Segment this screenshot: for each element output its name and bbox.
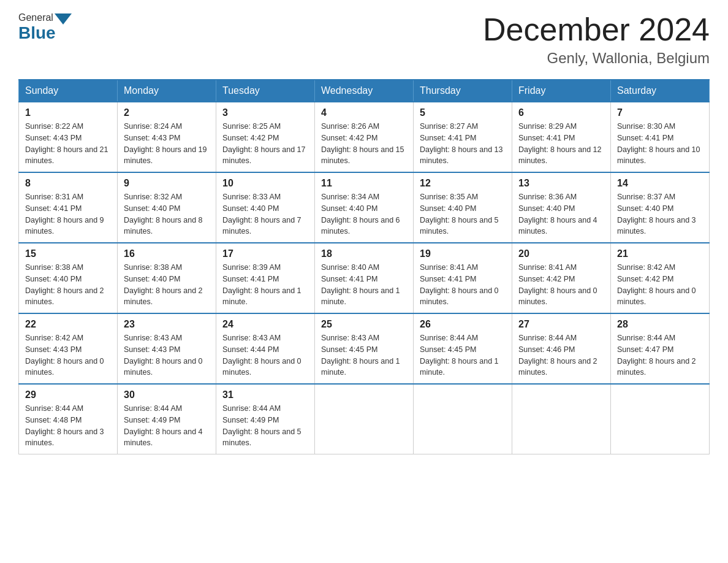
day-number: 29 xyxy=(25,389,111,400)
calendar-cell: 5 Sunrise: 8:27 AM Sunset: 4:41 PM Dayli… xyxy=(414,102,512,172)
day-info: Sunrise: 8:26 AM Sunset: 4:42 PM Dayligh… xyxy=(321,121,407,167)
calendar-cell: 24 Sunrise: 8:43 AM Sunset: 4:44 PM Dayl… xyxy=(216,313,315,384)
day-info: Sunrise: 8:41 AM Sunset: 4:41 PM Dayligh… xyxy=(420,262,506,308)
column-header-tuesday: Tuesday xyxy=(216,80,315,102)
day-info: Sunrise: 8:29 AM Sunset: 4:41 PM Dayligh… xyxy=(518,121,604,167)
day-info: Sunrise: 8:43 AM Sunset: 4:44 PM Dayligh… xyxy=(222,332,308,378)
day-info: Sunrise: 8:35 AM Sunset: 4:40 PM Dayligh… xyxy=(420,191,506,237)
day-number: 20 xyxy=(518,248,604,259)
day-info: Sunrise: 8:42 AM Sunset: 4:43 PM Dayligh… xyxy=(25,332,111,378)
day-info: Sunrise: 8:31 AM Sunset: 4:41 PM Dayligh… xyxy=(25,191,111,237)
calendar-cell: 20 Sunrise: 8:41 AM Sunset: 4:42 PM Dayl… xyxy=(512,243,611,313)
day-number: 30 xyxy=(124,389,210,400)
column-header-thursday: Thursday xyxy=(414,80,512,102)
day-info: Sunrise: 8:25 AM Sunset: 4:42 PM Dayligh… xyxy=(222,121,308,167)
column-header-sunday: Sunday xyxy=(19,80,118,102)
day-info: Sunrise: 8:44 AM Sunset: 4:45 PM Dayligh… xyxy=(420,332,506,378)
calendar-cell: 1 Sunrise: 8:22 AM Sunset: 4:43 PM Dayli… xyxy=(19,102,118,172)
day-number: 16 xyxy=(124,248,210,259)
calendar-cell: 6 Sunrise: 8:29 AM Sunset: 4:41 PM Dayli… xyxy=(512,102,611,172)
calendar-cell: 10 Sunrise: 8:33 AM Sunset: 4:40 PM Dayl… xyxy=(216,172,315,243)
calendar-cell: 4 Sunrise: 8:26 AM Sunset: 4:42 PM Dayli… xyxy=(315,102,414,172)
day-info: Sunrise: 8:42 AM Sunset: 4:42 PM Dayligh… xyxy=(617,262,703,308)
day-number: 28 xyxy=(617,319,703,330)
day-info: Sunrise: 8:32 AM Sunset: 4:40 PM Dayligh… xyxy=(124,191,210,237)
day-number: 13 xyxy=(518,178,604,189)
day-number: 7 xyxy=(617,107,703,118)
calendar-cell: 19 Sunrise: 8:41 AM Sunset: 4:41 PM Dayl… xyxy=(414,243,512,313)
month-title: December 2024 xyxy=(483,12,710,47)
calendar-cell: 31 Sunrise: 8:44 AM Sunset: 4:49 PM Dayl… xyxy=(216,384,315,454)
calendar-cell xyxy=(315,384,414,454)
day-number: 27 xyxy=(518,319,604,330)
day-number: 17 xyxy=(222,248,308,259)
calendar-cell: 25 Sunrise: 8:43 AM Sunset: 4:45 PM Dayl… xyxy=(315,313,414,384)
day-number: 4 xyxy=(321,107,407,118)
day-info: Sunrise: 8:38 AM Sunset: 4:40 PM Dayligh… xyxy=(25,262,111,308)
column-header-wednesday: Wednesday xyxy=(315,80,414,102)
column-header-monday: Monday xyxy=(118,80,216,102)
day-info: Sunrise: 8:44 AM Sunset: 4:49 PM Dayligh… xyxy=(222,403,308,449)
day-info: Sunrise: 8:39 AM Sunset: 4:41 PM Dayligh… xyxy=(222,262,308,308)
day-number: 12 xyxy=(420,178,506,189)
column-header-saturday: Saturday xyxy=(611,80,710,102)
day-info: Sunrise: 8:40 AM Sunset: 4:41 PM Dayligh… xyxy=(321,262,407,308)
calendar-cell: 21 Sunrise: 8:42 AM Sunset: 4:42 PM Dayl… xyxy=(611,243,710,313)
day-number: 11 xyxy=(321,178,407,189)
calendar-week-row: 8 Sunrise: 8:31 AM Sunset: 4:41 PM Dayli… xyxy=(19,172,710,243)
title-area: December 2024 Genly, Wallonia, Belgium xyxy=(483,12,710,67)
calendar-cell: 11 Sunrise: 8:34 AM Sunset: 4:40 PM Dayl… xyxy=(315,172,414,243)
calendar-cell: 2 Sunrise: 8:24 AM Sunset: 4:43 PM Dayli… xyxy=(118,102,216,172)
day-info: Sunrise: 8:30 AM Sunset: 4:41 PM Dayligh… xyxy=(617,121,703,167)
calendar-week-row: 1 Sunrise: 8:22 AM Sunset: 4:43 PM Dayli… xyxy=(19,102,710,172)
day-number: 2 xyxy=(124,107,210,118)
day-number: 9 xyxy=(124,178,210,189)
calendar-cell: 14 Sunrise: 8:37 AM Sunset: 4:40 PM Dayl… xyxy=(611,172,710,243)
calendar-cell xyxy=(512,384,611,454)
calendar-cell xyxy=(414,384,512,454)
logo-blue-text: Blue xyxy=(18,23,56,43)
calendar-table: SundayMondayTuesdayWednesdayThursdayFrid… xyxy=(18,79,710,454)
calendar-week-row: 22 Sunrise: 8:42 AM Sunset: 4:43 PM Dayl… xyxy=(19,313,710,384)
calendar-cell: 3 Sunrise: 8:25 AM Sunset: 4:42 PM Dayli… xyxy=(216,102,315,172)
calendar-cell: 30 Sunrise: 8:44 AM Sunset: 4:49 PM Dayl… xyxy=(118,384,216,454)
day-number: 23 xyxy=(124,319,210,330)
day-info: Sunrise: 8:37 AM Sunset: 4:40 PM Dayligh… xyxy=(617,191,703,237)
calendar-cell: 8 Sunrise: 8:31 AM Sunset: 4:41 PM Dayli… xyxy=(19,172,118,243)
column-header-friday: Friday xyxy=(512,80,611,102)
day-info: Sunrise: 8:24 AM Sunset: 4:43 PM Dayligh… xyxy=(124,121,210,167)
day-number: 31 xyxy=(222,389,308,400)
day-info: Sunrise: 8:41 AM Sunset: 4:42 PM Dayligh… xyxy=(518,262,604,308)
day-number: 24 xyxy=(222,319,308,330)
calendar-cell: 12 Sunrise: 8:35 AM Sunset: 4:40 PM Dayl… xyxy=(414,172,512,243)
location-subtitle: Genly, Wallonia, Belgium xyxy=(483,50,710,67)
calendar-cell: 23 Sunrise: 8:43 AM Sunset: 4:43 PM Dayl… xyxy=(118,313,216,384)
day-info: Sunrise: 8:43 AM Sunset: 4:43 PM Dayligh… xyxy=(124,332,210,378)
calendar-cell: 9 Sunrise: 8:32 AM Sunset: 4:40 PM Dayli… xyxy=(118,172,216,243)
day-info: Sunrise: 8:27 AM Sunset: 4:41 PM Dayligh… xyxy=(420,121,506,167)
day-number: 3 xyxy=(222,107,308,118)
day-number: 22 xyxy=(25,319,111,330)
calendar-cell: 7 Sunrise: 8:30 AM Sunset: 4:41 PM Dayli… xyxy=(611,102,710,172)
calendar-cell: 28 Sunrise: 8:44 AM Sunset: 4:47 PM Dayl… xyxy=(611,313,710,384)
day-number: 21 xyxy=(617,248,703,259)
day-number: 1 xyxy=(25,107,111,118)
page-header: General Blue December 2024 Genly, Wallon… xyxy=(18,12,710,67)
logo: General Blue xyxy=(18,12,73,43)
day-info: Sunrise: 8:44 AM Sunset: 4:48 PM Dayligh… xyxy=(25,403,111,449)
day-number: 14 xyxy=(617,178,703,189)
day-number: 19 xyxy=(420,248,506,259)
day-info: Sunrise: 8:34 AM Sunset: 4:40 PM Dayligh… xyxy=(321,191,407,237)
calendar-cell xyxy=(611,384,710,454)
calendar-cell: 22 Sunrise: 8:42 AM Sunset: 4:43 PM Dayl… xyxy=(19,313,118,384)
day-info: Sunrise: 8:38 AM Sunset: 4:40 PM Dayligh… xyxy=(124,262,210,308)
day-number: 26 xyxy=(420,319,506,330)
calendar-cell: 13 Sunrise: 8:36 AM Sunset: 4:40 PM Dayl… xyxy=(512,172,611,243)
day-info: Sunrise: 8:33 AM Sunset: 4:40 PM Dayligh… xyxy=(222,191,308,237)
calendar-cell: 18 Sunrise: 8:40 AM Sunset: 4:41 PM Dayl… xyxy=(315,243,414,313)
calendar-cell: 16 Sunrise: 8:38 AM Sunset: 4:40 PM Dayl… xyxy=(118,243,216,313)
day-number: 25 xyxy=(321,319,407,330)
calendar-header-row: SundayMondayTuesdayWednesdayThursdayFrid… xyxy=(19,80,710,102)
day-number: 6 xyxy=(518,107,604,118)
calendar-week-row: 15 Sunrise: 8:38 AM Sunset: 4:40 PM Dayl… xyxy=(19,243,710,313)
